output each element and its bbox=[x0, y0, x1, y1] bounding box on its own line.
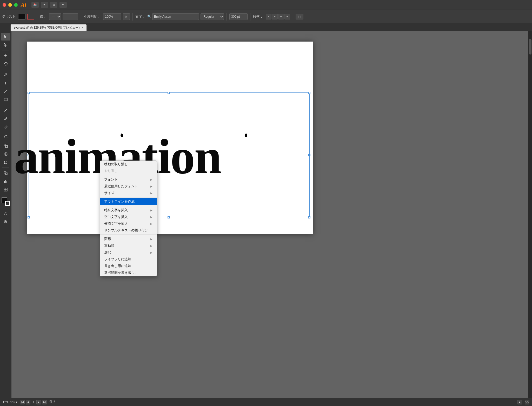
divider6 bbox=[293, 13, 293, 21]
zoom-dropdown-icon[interactable]: ▾ bbox=[16, 400, 17, 404]
last-page-btn[interactable]: ▶| bbox=[42, 400, 47, 404]
ctx-sep-3 bbox=[100, 206, 157, 206]
first-page-btn[interactable]: |◀ bbox=[20, 400, 25, 404]
ctx-sep-1 bbox=[100, 175, 157, 175]
svg-point-15 bbox=[4, 152, 7, 156]
close-button[interactable] bbox=[3, 3, 6, 7]
active-tab[interactable]: svg-test.ai* ◎ 129.39% (RGB/GPU プレビュー) ✕ bbox=[10, 24, 87, 31]
artboard-icon[interactable]: ⊞ bbox=[50, 2, 57, 8]
eraser-btn[interactable] bbox=[1, 123, 10, 131]
pen-tool-btn[interactable] bbox=[1, 71, 10, 78]
tool-divider-3 bbox=[2, 105, 9, 105]
warp-btn[interactable] bbox=[1, 150, 10, 158]
align-left-btn[interactable]: ≡ bbox=[266, 14, 271, 19]
page-nav: |◀ ◀ 1 ▶ ▶| bbox=[20, 400, 47, 404]
ctx-add-library[interactable]: ライブラリに追加 bbox=[100, 256, 157, 263]
artboard: animation bbox=[27, 42, 313, 234]
search-icon: 🔍 bbox=[147, 15, 151, 18]
text-tool-btn[interactable]: T bbox=[1, 79, 10, 87]
rect-tool-btn[interactable] bbox=[1, 96, 10, 103]
ctx-insert-whitespace[interactable]: 空白文字を挿入 ▶ bbox=[100, 214, 157, 220]
rotate-btn[interactable] bbox=[1, 134, 10, 141]
ctx-select[interactable]: 選択 ▶ bbox=[100, 249, 157, 256]
align-justify-btn[interactable]: ≡ bbox=[284, 14, 290, 19]
stroke-select[interactable]: — bbox=[49, 13, 61, 20]
ctx-font[interactable]: フォント ▶ bbox=[100, 176, 157, 183]
align-right-btn[interactable]: ≡ bbox=[278, 14, 284, 19]
ctx-recent-font[interactable]: 最近使用したフォント ▶ bbox=[100, 183, 157, 190]
font-label: 文字： bbox=[135, 14, 145, 19]
zoom-value: 129.39% bbox=[3, 400, 15, 404]
stroke-color[interactable] bbox=[5, 201, 10, 206]
zoom-tool-btn[interactable] bbox=[1, 218, 10, 226]
free-transform-btn[interactable] bbox=[1, 158, 10, 166]
brush-preset-icon[interactable]: ✦ bbox=[41, 2, 48, 8]
slice-btn[interactable] bbox=[1, 186, 10, 194]
magic-wand-btn[interactable] bbox=[1, 52, 10, 59]
zoom-display: 129.39% ▾ bbox=[3, 400, 17, 404]
handle-tl[interactable] bbox=[28, 92, 30, 94]
ctx-size[interactable]: サイズ ▶ bbox=[100, 190, 157, 196]
lasso-btn[interactable] bbox=[1, 60, 10, 68]
scrollbar-thumb[interactable] bbox=[529, 39, 531, 55]
play-btn[interactable]: ▶ bbox=[517, 400, 522, 404]
fill-swatch[interactable] bbox=[18, 14, 25, 19]
vertical-scrollbar[interactable] bbox=[528, 31, 532, 398]
divider1 bbox=[37, 13, 37, 21]
traffic-lights bbox=[3, 3, 18, 7]
font-name-input[interactable] bbox=[152, 13, 199, 20]
svg-marker-1 bbox=[4, 43, 6, 46]
ctx-insert-special[interactable]: 特殊文字を挿入 ▶ bbox=[100, 207, 157, 214]
paintbrush-btn[interactable] bbox=[1, 106, 10, 114]
ctx-export-selection[interactable]: 選択範囲を書き出し... bbox=[100, 269, 157, 276]
select-tool-btn[interactable] bbox=[1, 33, 10, 41]
ctx-insert-break[interactable]: 分割文字を挿入 ▶ bbox=[100, 220, 157, 227]
minimize-button[interactable] bbox=[8, 3, 12, 7]
handle-tr[interactable] bbox=[308, 92, 310, 94]
ctx-arrange[interactable]: 重ね順 ▶ bbox=[100, 242, 157, 249]
color-blocks[interactable] bbox=[2, 197, 10, 206]
align-center-btn[interactable]: ≡ bbox=[272, 14, 278, 19]
svg-rect-21 bbox=[4, 171, 6, 173]
opacity-input[interactable] bbox=[103, 13, 121, 20]
library-icon[interactable]: 📚 bbox=[31, 2, 39, 8]
next-page-btn[interactable]: ▶ bbox=[36, 400, 41, 404]
ctx-create-outline[interactable]: アウトラインを作成 bbox=[100, 198, 157, 205]
ctx-fill-placeholder[interactable]: サンプルテキストの割り付け bbox=[100, 227, 157, 234]
opacity-toggle-btn[interactable]: ▷ bbox=[123, 13, 130, 20]
left-toolbar: T bbox=[0, 31, 11, 398]
chart-btn[interactable] bbox=[1, 177, 10, 185]
main-area: T bbox=[0, 31, 532, 398]
align-buttons: ≡ ≡ ≡ ≡ bbox=[266, 14, 290, 19]
ctx-redo: やり直し bbox=[100, 168, 157, 174]
line-tool-btn[interactable] bbox=[1, 87, 10, 95]
handle-bc[interactable] bbox=[168, 216, 170, 218]
svg-marker-0 bbox=[4, 35, 6, 38]
pen-icon[interactable]: ✒ bbox=[59, 2, 67, 8]
stroke-width-input[interactable] bbox=[63, 13, 78, 20]
tab-close-btn[interactable]: ✕ bbox=[81, 26, 83, 29]
svg-rect-23 bbox=[4, 181, 5, 183]
handle-tc[interactable] bbox=[168, 92, 170, 94]
prev-page-btn[interactable]: ◀ bbox=[26, 400, 30, 404]
scale-btn[interactable] bbox=[1, 142, 10, 150]
handle-br[interactable] bbox=[308, 216, 310, 218]
shape-builder-btn[interactable] bbox=[1, 169, 10, 177]
forward-btn[interactable]: ▷▷ bbox=[525, 400, 529, 404]
more-options-btn[interactable]: ⋮⋮ bbox=[296, 14, 303, 19]
hand-tool-btn[interactable] bbox=[1, 210, 10, 217]
stroke-swatch[interactable] bbox=[27, 14, 34, 19]
handle-bl[interactable] bbox=[28, 216, 30, 218]
font-container: 文字： 🔍 bbox=[135, 13, 199, 20]
handle-mr[interactable] bbox=[308, 154, 310, 156]
pencil-btn[interactable] bbox=[1, 115, 10, 122]
divider4 bbox=[227, 13, 227, 21]
ctx-add-export[interactable]: 書き出し用に追加 bbox=[100, 263, 157, 269]
stroke-label: 線： bbox=[40, 14, 46, 19]
ctx-transform[interactable]: 変形 ▶ bbox=[100, 236, 157, 242]
font-style-select[interactable]: Regular Bold Italic bbox=[201, 13, 224, 20]
ctx-undo-move[interactable]: 移動の取り消し bbox=[100, 161, 157, 168]
font-size-input[interactable] bbox=[229, 13, 248, 20]
maximize-button[interactable] bbox=[14, 3, 18, 7]
direct-select-tool-btn[interactable] bbox=[1, 41, 10, 49]
